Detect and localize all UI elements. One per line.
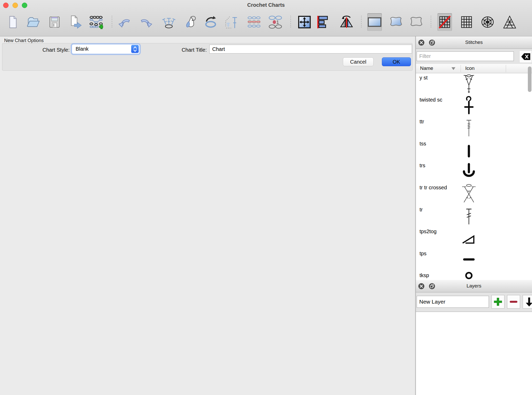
- stitch-row[interactable]: tss: [416, 139, 532, 161]
- grid-square-button[interactable]: [459, 15, 474, 29]
- stitch-name: y st: [420, 75, 428, 81]
- column-divider: [506, 65, 506, 72]
- layers-list[interactable]: [416, 312, 532, 395]
- open-file-button[interactable]: [26, 15, 41, 29]
- stitch-name: twisted sc: [420, 97, 442, 103]
- stitch-name: tps: [420, 251, 427, 257]
- align-button[interactable]: [316, 15, 330, 29]
- ttr-icon: [462, 118, 476, 138]
- redo-button[interactable]: [139, 15, 153, 29]
- toolbar: 1: [0, 10, 532, 36]
- stitch-row[interactable]: tr: [416, 205, 532, 227]
- right-dock: Stitches Name Icon y sttwisted scttrtsst…: [416, 36, 532, 395]
- stitches-panel-title: Stitches: [416, 39, 532, 45]
- trs-icon: [462, 162, 476, 182]
- window-title: Crochet Charts: [0, 2, 532, 8]
- cancel-button[interactable]: Cancel: [343, 57, 374, 66]
- stitch-table: Name Icon y sttwisted scttrtsstrstr tr c…: [416, 64, 532, 280]
- chevron-up-down-icon: [131, 45, 139, 53]
- stitch-filter-input[interactable]: [417, 51, 514, 61]
- stitch-row[interactable]: tksp: [416, 271, 532, 280]
- export-button[interactable]: [68, 15, 83, 29]
- undo-button[interactable]: [117, 15, 132, 29]
- toolbar-separator: [111, 15, 113, 29]
- move-layer-down-button[interactable]: [523, 295, 532, 309]
- twisted-sc-icon: [462, 96, 476, 117]
- stitch-name: trs: [420, 163, 425, 169]
- chart-style-label: Chart Style:: [26, 47, 70, 53]
- move-mode-button[interactable]: [297, 15, 312, 29]
- remove-layer-button[interactable]: [507, 295, 520, 309]
- toolbar-separator: [289, 15, 292, 29]
- tr-tr-crossed-icon: [462, 184, 476, 204]
- save-button[interactable]: [47, 15, 62, 29]
- stitch-table-header[interactable]: Name Icon: [416, 64, 532, 73]
- tr-icon: [462, 206, 476, 226]
- add-layer-button[interactable]: [491, 295, 504, 309]
- stitch-row[interactable]: ttr: [416, 117, 532, 139]
- clear-filter-button[interactable]: [519, 50, 532, 63]
- stitch-filter-strip: [416, 49, 532, 64]
- gradient-fill-button[interactable]: [367, 13, 382, 31]
- shape-filled-button[interactable]: [389, 15, 403, 29]
- stitch-scrollbar[interactable]: [528, 65, 532, 278]
- scrollbar-thumb[interactable]: [528, 66, 531, 92]
- color-fill-button[interactable]: [184, 15, 199, 29]
- layers-panel-title: Layers: [416, 283, 532, 289]
- stitch-name: ttr: [420, 119, 424, 125]
- stitch-row[interactable]: y st: [416, 73, 532, 95]
- grid-none-button[interactable]: [437, 13, 452, 31]
- stitches-panel-header: Stitches: [416, 36, 532, 49]
- new-chart-button[interactable]: [89, 15, 103, 29]
- new-document-button[interactable]: [6, 15, 20, 29]
- chart-style-value: Blank: [76, 46, 89, 52]
- stitch-select-button[interactable]: [224, 15, 239, 29]
- remove-row-button[interactable]: [247, 15, 261, 29]
- new-layer-name-input[interactable]: [417, 296, 489, 308]
- y-st-icon: [462, 74, 476, 95]
- crochet-charts-window: Crochet Charts 1 New Chart Options Chart…: [0, 0, 532, 395]
- stitch-name: tksp: [420, 272, 429, 278]
- stitch-row[interactable]: tps2tog: [416, 227, 532, 249]
- column-header-name[interactable]: Name: [420, 65, 433, 71]
- stitch-list: y sttwisted scttrtsstrstr tr crossedtrtp…: [416, 73, 532, 280]
- layers-controls: [416, 292, 532, 312]
- tss-icon: [462, 140, 476, 160]
- toolbar-separator: [430, 15, 432, 29]
- stitch-row[interactable]: tr tr crossed: [416, 183, 532, 205]
- stitch-name: tr: [420, 207, 423, 213]
- stitch-mode-button[interactable]: [162, 15, 176, 29]
- shape-outline-button[interactable]: [409, 15, 423, 29]
- rotate-button[interactable]: [203, 15, 218, 29]
- stitch-row[interactable]: twisted sc: [416, 95, 532, 117]
- window-chrome: Crochet Charts 1: [0, 0, 532, 36]
- column-divider: [461, 65, 461, 72]
- tps-icon: [462, 250, 476, 270]
- layers-panel-header: Layers: [416, 280, 532, 292]
- toolbar-separator: [360, 15, 363, 29]
- stitch-name: tr tr crossed: [420, 185, 447, 191]
- stitch-name: tss: [420, 141, 426, 147]
- column-header-icon[interactable]: Icon: [465, 65, 475, 71]
- chart-title-input[interactable]: [209, 45, 412, 53]
- tksp-icon: [462, 271, 476, 280]
- tps2tog-icon: [462, 227, 476, 248]
- grid-triangle-button[interactable]: [502, 15, 517, 29]
- svg-text:1: 1: [276, 19, 279, 25]
- ok-button[interactable]: OK: [382, 57, 411, 66]
- mirror-button[interactable]: [339, 15, 354, 29]
- new-chart-options-title: New Chart Options: [4, 38, 44, 43]
- chart-title-label: Chart Title:: [155, 47, 207, 53]
- stitch-row[interactable]: trs: [416, 161, 532, 183]
- stitch-name: tps2tog: [420, 229, 437, 235]
- sort-descending-icon: [451, 67, 456, 70]
- round-marker-button[interactable]: 1: [268, 15, 283, 29]
- grid-round-button[interactable]: [480, 15, 495, 29]
- chart-style-dropdown[interactable]: Blank: [72, 44, 140, 54]
- stitch-row[interactable]: tps: [416, 249, 532, 271]
